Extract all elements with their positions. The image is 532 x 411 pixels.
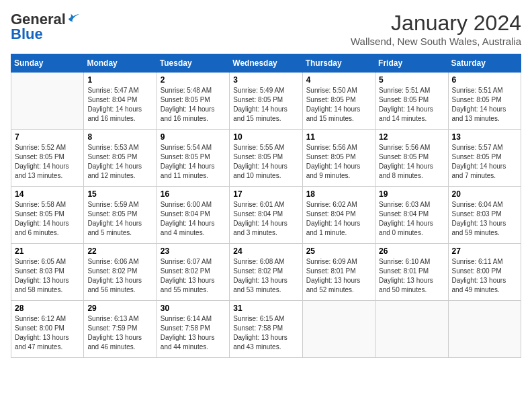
calendar-cell: 7Sunrise: 5:52 AM Sunset: 8:05 PM Daylig… — [11, 130, 84, 187]
day-number: 30 — [161, 304, 226, 313]
day-number: 23 — [161, 246, 226, 256]
day-number: 13 — [452, 132, 517, 142]
day-info: Sunrise: 5:49 AM Sunset: 8:05 PM Dayligh… — [233, 86, 298, 124]
calendar-cell: 2Sunrise: 5:48 AM Sunset: 8:05 PM Daylig… — [157, 73, 229, 130]
day-info: Sunrise: 6:08 AM Sunset: 8:02 PM Dayligh… — [233, 257, 298, 295]
page-header: General Blue January 2024 Wallsend, New … — [11, 11, 521, 47]
day-info: Sunrise: 6:03 AM Sunset: 8:04 PM Dayligh… — [379, 200, 444, 238]
day-info: Sunrise: 6:11 AM Sunset: 8:00 PM Dayligh… — [452, 257, 517, 295]
day-info: Sunrise: 6:00 AM Sunset: 8:04 PM Dayligh… — [161, 200, 226, 238]
day-info: Sunrise: 5:59 AM Sunset: 8:05 PM Dayligh… — [87, 200, 152, 238]
calendar-cell: 11Sunrise: 5:56 AM Sunset: 8:05 PM Dayli… — [302, 130, 375, 187]
calendar-cell: 22Sunrise: 6:06 AM Sunset: 8:02 PM Dayli… — [84, 244, 157, 301]
calendar-cell: 17Sunrise: 6:01 AM Sunset: 8:04 PM Dayli… — [230, 187, 302, 244]
day-info: Sunrise: 6:01 AM Sunset: 8:04 PM Dayligh… — [233, 200, 298, 238]
day-info: Sunrise: 6:02 AM Sunset: 8:04 PM Dayligh… — [306, 200, 371, 238]
weekday-header: Wednesday — [230, 54, 302, 73]
weekday-header: Thursday — [302, 54, 375, 73]
calendar-cell: 26Sunrise: 6:10 AM Sunset: 8:01 PM Dayli… — [375, 244, 448, 301]
day-info: Sunrise: 5:51 AM Sunset: 8:05 PM Dayligh… — [379, 86, 444, 124]
day-info: Sunrise: 6:13 AM Sunset: 7:59 PM Dayligh… — [87, 314, 152, 352]
day-info: Sunrise: 6:09 AM Sunset: 8:01 PM Dayligh… — [306, 257, 371, 295]
day-info: Sunrise: 6:06 AM Sunset: 8:02 PM Dayligh… — [87, 257, 152, 295]
bird-icon — [67, 12, 82, 27]
calendar-cell: 15Sunrise: 5:59 AM Sunset: 8:05 PM Dayli… — [84, 187, 157, 244]
day-info: Sunrise: 5:56 AM Sunset: 8:05 PM Dayligh… — [379, 143, 444, 181]
calendar-cell: 14Sunrise: 5:58 AM Sunset: 8:05 PM Dayli… — [11, 187, 84, 244]
calendar-cell: 18Sunrise: 6:02 AM Sunset: 8:04 PM Dayli… — [302, 187, 375, 244]
logo: General Blue — [11, 11, 83, 43]
day-info: Sunrise: 5:56 AM Sunset: 8:05 PM Dayligh… — [306, 143, 371, 181]
day-info: Sunrise: 6:05 AM Sunset: 8:03 PM Dayligh… — [15, 257, 80, 295]
day-info: Sunrise: 5:51 AM Sunset: 8:05 PM Dayligh… — [452, 86, 517, 124]
day-info: Sunrise: 5:47 AM Sunset: 8:04 PM Dayligh… — [87, 86, 152, 124]
day-number: 31 — [233, 304, 298, 313]
day-number: 3 — [233, 75, 298, 85]
calendar-cell: 20Sunrise: 6:04 AM Sunset: 8:03 PM Dayli… — [448, 187, 521, 244]
day-number: 26 — [379, 246, 444, 256]
calendar-cell: 1Sunrise: 5:47 AM Sunset: 8:04 PM Daylig… — [84, 73, 157, 130]
calendar-cell: 29Sunrise: 6:13 AM Sunset: 7:59 PM Dayli… — [84, 301, 157, 358]
calendar-cell: 28Sunrise: 6:12 AM Sunset: 8:00 PM Dayli… — [11, 301, 84, 358]
day-info: Sunrise: 5:57 AM Sunset: 8:05 PM Dayligh… — [452, 143, 517, 181]
weekday-header: Monday — [84, 54, 157, 73]
day-info: Sunrise: 5:50 AM Sunset: 8:05 PM Dayligh… — [306, 86, 371, 124]
calendar-cell — [448, 301, 521, 358]
day-info: Sunrise: 6:12 AM Sunset: 8:00 PM Dayligh… — [15, 314, 80, 352]
day-number: 19 — [379, 189, 444, 199]
day-info: Sunrise: 6:10 AM Sunset: 8:01 PM Dayligh… — [379, 257, 444, 295]
day-info: Sunrise: 5:54 AM Sunset: 8:05 PM Dayligh… — [161, 143, 226, 181]
calendar-cell: 31Sunrise: 6:15 AM Sunset: 7:58 PM Dayli… — [230, 301, 302, 358]
calendar-cell: 6Sunrise: 5:51 AM Sunset: 8:05 PM Daylig… — [448, 73, 521, 130]
day-number: 10 — [233, 132, 298, 142]
day-number: 20 — [452, 189, 517, 199]
calendar-cell: 3Sunrise: 5:49 AM Sunset: 8:05 PM Daylig… — [230, 73, 302, 130]
day-info: Sunrise: 5:58 AM Sunset: 8:05 PM Dayligh… — [15, 200, 80, 238]
day-number: 18 — [306, 189, 371, 199]
day-number: 25 — [306, 246, 371, 256]
calendar-table: SundayMondayTuesdayWednesdayThursdayFrid… — [11, 54, 521, 358]
day-number: 6 — [452, 75, 517, 85]
calendar-cell: 12Sunrise: 5:56 AM Sunset: 8:05 PM Dayli… — [375, 130, 448, 187]
day-info: Sunrise: 5:55 AM Sunset: 8:05 PM Dayligh… — [233, 143, 298, 181]
location: Wallsend, New South Wales, Australia — [351, 36, 521, 47]
weekday-header: Tuesday — [157, 54, 229, 73]
calendar-cell: 19Sunrise: 6:03 AM Sunset: 8:04 PM Dayli… — [375, 187, 448, 244]
month-title: January 2024 — [351, 11, 521, 36]
day-number: 28 — [15, 304, 80, 313]
calendar-cell: 24Sunrise: 6:08 AM Sunset: 8:02 PM Dayli… — [230, 244, 302, 301]
calendar-cell: 16Sunrise: 6:00 AM Sunset: 8:04 PM Dayli… — [157, 187, 229, 244]
day-number: 11 — [306, 132, 371, 142]
calendar-cell: 27Sunrise: 6:11 AM Sunset: 8:00 PM Dayli… — [448, 244, 521, 301]
day-number: 9 — [161, 132, 226, 142]
day-info: Sunrise: 5:48 AM Sunset: 8:05 PM Dayligh… — [161, 86, 226, 124]
calendar-cell: 5Sunrise: 5:51 AM Sunset: 8:05 PM Daylig… — [375, 73, 448, 130]
day-number: 4 — [306, 75, 371, 85]
day-number: 5 — [379, 75, 444, 85]
day-number: 8 — [87, 132, 152, 142]
day-number: 16 — [161, 189, 226, 199]
calendar-cell: 8Sunrise: 5:53 AM Sunset: 8:05 PM Daylig… — [84, 130, 157, 187]
day-number: 22 — [87, 246, 152, 256]
day-number: 27 — [452, 246, 517, 256]
calendar-cell — [375, 301, 448, 358]
calendar-cell: 13Sunrise: 5:57 AM Sunset: 8:05 PM Dayli… — [448, 130, 521, 187]
day-info: Sunrise: 6:07 AM Sunset: 8:02 PM Dayligh… — [161, 257, 226, 295]
calendar-cell — [302, 301, 375, 358]
day-info: Sunrise: 6:14 AM Sunset: 7:58 PM Dayligh… — [161, 314, 226, 352]
title-area: January 2024 Wallsend, New South Wales, … — [351, 11, 521, 47]
day-number: 7 — [15, 132, 80, 142]
calendar-cell: 30Sunrise: 6:14 AM Sunset: 7:58 PM Dayli… — [157, 301, 229, 358]
day-number: 12 — [379, 132, 444, 142]
day-info: Sunrise: 6:15 AM Sunset: 7:58 PM Dayligh… — [233, 314, 298, 352]
day-number: 15 — [87, 189, 152, 199]
day-number: 24 — [233, 246, 298, 256]
calendar-cell: 9Sunrise: 5:54 AM Sunset: 8:05 PM Daylig… — [157, 130, 229, 187]
weekday-header: Saturday — [448, 54, 521, 73]
day-number: 14 — [15, 189, 80, 199]
day-info: Sunrise: 5:52 AM Sunset: 8:05 PM Dayligh… — [15, 143, 80, 181]
weekday-header: Sunday — [11, 54, 84, 73]
day-number: 1 — [87, 75, 152, 85]
calendar-cell: 23Sunrise: 6:07 AM Sunset: 8:02 PM Dayli… — [157, 244, 229, 301]
calendar-cell — [11, 73, 84, 130]
